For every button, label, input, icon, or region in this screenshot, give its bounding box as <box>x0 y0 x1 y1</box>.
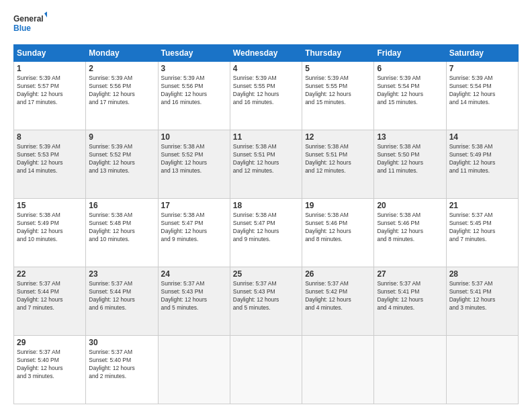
day-info: Sunrise: 5:39 AMSunset: 5:53 PMDaylight:… <box>17 143 83 175</box>
calendar-day: 28Sunrise: 5:37 AMSunset: 5:41 PMDayligh… <box>446 267 518 336</box>
day-number: 20 <box>377 201 443 210</box>
col-wednesday: Wednesday <box>230 45 302 62</box>
calendar-day <box>302 336 374 404</box>
day-number: 13 <box>377 132 443 142</box>
svg-text:General: General <box>13 14 44 24</box>
calendar-day: 2Sunrise: 5:39 AMSunset: 5:56 PMDaylight… <box>86 62 158 130</box>
day-number: 14 <box>449 132 515 142</box>
day-info: Sunrise: 5:37 AMSunset: 5:40 PMDaylight:… <box>17 349 83 381</box>
calendar-day <box>446 336 518 404</box>
calendar-week-row: 29Sunrise: 5:37 AMSunset: 5:40 PMDayligh… <box>14 336 519 404</box>
calendar-day: 21Sunrise: 5:37 AMSunset: 5:45 PMDayligh… <box>446 199 518 267</box>
day-number: 6 <box>377 64 443 73</box>
day-info: Sunrise: 5:39 AMSunset: 5:56 PMDaylight:… <box>89 75 154 107</box>
calendar-day: 1Sunrise: 5:39 AMSunset: 5:57 PMDaylight… <box>14 62 86 130</box>
day-number: 21 <box>449 201 515 210</box>
day-number: 5 <box>305 64 371 73</box>
day-number: 29 <box>17 338 83 347</box>
day-info: Sunrise: 5:39 AMSunset: 5:55 PMDaylight:… <box>233 75 299 107</box>
day-info: Sunrise: 5:38 AMSunset: 5:52 PMDaylight:… <box>161 143 227 175</box>
day-number: 7 <box>449 64 515 73</box>
day-number: 3 <box>161 64 227 73</box>
calendar-day: 12Sunrise: 5:38 AMSunset: 5:51 PMDayligh… <box>302 130 374 199</box>
day-number: 25 <box>233 269 299 279</box>
header: General Blue <box>13 11 519 38</box>
calendar-day: 23Sunrise: 5:37 AMSunset: 5:44 PMDayligh… <box>86 267 158 336</box>
day-number: 2 <box>89 64 154 73</box>
day-info: Sunrise: 5:39 AMSunset: 5:55 PMDaylight:… <box>305 75 371 107</box>
day-info: Sunrise: 5:38 AMSunset: 5:47 PMDaylight:… <box>161 212 227 244</box>
calendar-day: 20Sunrise: 5:38 AMSunset: 5:46 PMDayligh… <box>374 199 446 267</box>
day-info: Sunrise: 5:38 AMSunset: 5:49 PMDaylight:… <box>449 143 515 175</box>
calendar-day: 15Sunrise: 5:38 AMSunset: 5:49 PMDayligh… <box>14 199 86 267</box>
day-number: 23 <box>89 269 154 279</box>
col-sunday: Sunday <box>14 45 86 62</box>
svg-marker-2 <box>44 11 47 17</box>
day-number: 30 <box>89 338 154 347</box>
day-info: Sunrise: 5:38 AMSunset: 5:48 PMDaylight:… <box>89 212 154 244</box>
day-info: Sunrise: 5:38 AMSunset: 5:46 PMDaylight:… <box>305 212 371 244</box>
calendar-day: 25Sunrise: 5:37 AMSunset: 5:43 PMDayligh… <box>230 267 302 336</box>
day-number: 16 <box>89 201 154 210</box>
calendar-day: 5Sunrise: 5:39 AMSunset: 5:55 PMDaylight… <box>302 62 374 130</box>
calendar-day <box>374 336 446 404</box>
logo: General Blue <box>13 11 47 38</box>
day-number: 19 <box>305 201 371 210</box>
header-row: Sunday Monday Tuesday Wednesday Thursday… <box>14 45 519 62</box>
svg-text:Blue: Blue <box>13 24 31 33</box>
day-number: 18 <box>233 201 299 210</box>
calendar-day <box>230 336 302 404</box>
calendar-day: 9Sunrise: 5:39 AMSunset: 5:52 PMDaylight… <box>86 130 158 199</box>
day-info: Sunrise: 5:39 AMSunset: 5:54 PMDaylight:… <box>377 75 443 107</box>
day-info: Sunrise: 5:39 AMSunset: 5:54 PMDaylight:… <box>449 75 515 107</box>
day-number: 17 <box>161 201 227 210</box>
calendar-day: 7Sunrise: 5:39 AMSunset: 5:54 PMDaylight… <box>446 62 518 130</box>
calendar-week-row: 15Sunrise: 5:38 AMSunset: 5:49 PMDayligh… <box>14 199 519 267</box>
day-info: Sunrise: 5:37 AMSunset: 5:40 PMDaylight:… <box>89 349 154 381</box>
day-info: Sunrise: 5:38 AMSunset: 5:51 PMDaylight:… <box>233 143 299 175</box>
day-info: Sunrise: 5:37 AMSunset: 5:43 PMDaylight:… <box>233 280 299 312</box>
calendar-day: 19Sunrise: 5:38 AMSunset: 5:46 PMDayligh… <box>302 199 374 267</box>
day-info: Sunrise: 5:38 AMSunset: 5:46 PMDaylight:… <box>377 212 443 244</box>
day-number: 26 <box>305 269 371 279</box>
col-friday: Friday <box>374 45 446 62</box>
col-thursday: Thursday <box>302 45 374 62</box>
day-info: Sunrise: 5:37 AMSunset: 5:44 PMDaylight:… <box>89 280 154 312</box>
calendar-day: 22Sunrise: 5:37 AMSunset: 5:44 PMDayligh… <box>14 267 86 336</box>
calendar-day: 4Sunrise: 5:39 AMSunset: 5:55 PMDaylight… <box>230 62 302 130</box>
col-tuesday: Tuesday <box>158 45 230 62</box>
page: General Blue Sunday Monday Tuesday Wedne… <box>0 0 532 411</box>
day-info: Sunrise: 5:37 AMSunset: 5:41 PMDaylight:… <box>377 280 443 312</box>
calendar-day: 30Sunrise: 5:37 AMSunset: 5:40 PMDayligh… <box>86 336 158 404</box>
day-number: 24 <box>161 269 227 279</box>
day-info: Sunrise: 5:38 AMSunset: 5:47 PMDaylight:… <box>233 212 299 244</box>
day-number: 28 <box>449 269 515 279</box>
calendar-day: 13Sunrise: 5:38 AMSunset: 5:50 PMDayligh… <box>374 130 446 199</box>
day-info: Sunrise: 5:39 AMSunset: 5:57 PMDaylight:… <box>17 75 83 107</box>
day-number: 27 <box>377 269 443 279</box>
col-saturday: Saturday <box>446 45 518 62</box>
calendar-day: 3Sunrise: 5:39 AMSunset: 5:56 PMDaylight… <box>158 62 230 130</box>
day-info: Sunrise: 5:38 AMSunset: 5:49 PMDaylight:… <box>17 212 83 244</box>
calendar-day: 8Sunrise: 5:39 AMSunset: 5:53 PMDaylight… <box>14 130 86 199</box>
calendar-day: 10Sunrise: 5:38 AMSunset: 5:52 PMDayligh… <box>158 130 230 199</box>
day-info: Sunrise: 5:37 AMSunset: 5:41 PMDaylight:… <box>449 280 515 312</box>
day-info: Sunrise: 5:37 AMSunset: 5:43 PMDaylight:… <box>161 280 227 312</box>
day-info: Sunrise: 5:37 AMSunset: 5:45 PMDaylight:… <box>449 212 515 244</box>
day-number: 11 <box>233 132 299 142</box>
day-number: 8 <box>17 132 83 142</box>
calendar-day <box>158 336 230 404</box>
day-info: Sunrise: 5:38 AMSunset: 5:50 PMDaylight:… <box>377 143 443 175</box>
day-number: 4 <box>233 64 299 73</box>
col-monday: Monday <box>86 45 158 62</box>
calendar-week-row: 1Sunrise: 5:39 AMSunset: 5:57 PMDaylight… <box>14 62 519 130</box>
calendar: Sunday Monday Tuesday Wednesday Thursday… <box>13 44 519 404</box>
day-number: 10 <box>161 132 227 142</box>
calendar-day: 27Sunrise: 5:37 AMSunset: 5:41 PMDayligh… <box>374 267 446 336</box>
day-info: Sunrise: 5:39 AMSunset: 5:52 PMDaylight:… <box>89 143 154 175</box>
day-number: 15 <box>17 201 83 210</box>
calendar-week-row: 22Sunrise: 5:37 AMSunset: 5:44 PMDayligh… <box>14 267 519 336</box>
day-number: 22 <box>17 269 83 279</box>
day-info: Sunrise: 5:37 AMSunset: 5:42 PMDaylight:… <box>305 280 371 312</box>
day-number: 1 <box>17 64 83 73</box>
